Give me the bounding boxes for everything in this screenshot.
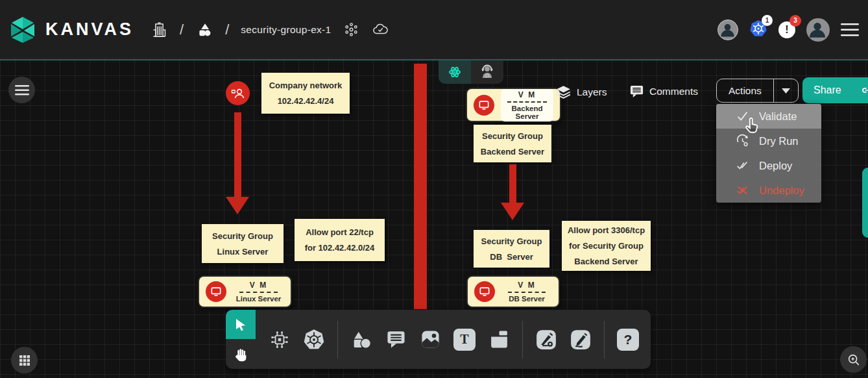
notifications[interactable]: ! 3	[778, 21, 795, 38]
vm-icon	[474, 95, 494, 116]
note-allow-22[interactable]: Allow port 22/tcp for 102.42.42.0/24	[295, 219, 385, 261]
user-icon	[230, 85, 247, 102]
actions-button[interactable]: Actions	[716, 79, 799, 103]
layers-icon	[555, 84, 572, 100]
freehand-draw-tool[interactable]	[570, 329, 592, 351]
kubernetes-context[interactable]: 1	[749, 19, 767, 40]
magnifier-plus-icon	[847, 353, 861, 367]
breadcrumb: / / security-group-ex-1	[151, 21, 389, 39]
comments-button[interactable]: Comments	[629, 84, 698, 99]
vm-card-db[interactable]: V M DB Server	[466, 275, 560, 308]
hand-cursor	[742, 115, 762, 137]
operator-view-toggle[interactable]	[471, 60, 503, 84]
notification-count-badge: 3	[790, 15, 801, 27]
collaborator-avatar[interactable]	[717, 19, 738, 40]
pen-icon	[535, 329, 557, 351]
shapes-icon	[350, 329, 372, 351]
pencil-icon	[570, 329, 592, 351]
chevron-down-icon[interactable]	[774, 88, 798, 94]
pan-tool[interactable]	[226, 339, 256, 369]
text-icon: T	[453, 329, 476, 351]
note-sg-backend[interactable]: Security Group Backend Server	[474, 125, 551, 162]
menu-item-dry-run[interactable]: Dry Run	[716, 129, 821, 153]
breadcrumb-separator: /	[225, 21, 229, 38]
user-avatar[interactable]	[806, 18, 830, 42]
image-tool[interactable]	[419, 329, 441, 351]
hand-icon	[233, 346, 249, 362]
undeploy-icon	[736, 183, 750, 197]
view-toggle	[439, 60, 503, 84]
share-button[interactable]: Share	[802, 77, 868, 103]
select-tool[interactable]	[226, 310, 256, 339]
comment-icon	[385, 329, 407, 350]
menu-item-deploy[interactable]: Deploy	[716, 153, 821, 178]
text-tool[interactable]: T	[453, 329, 476, 351]
brand[interactable]: KANVAS	[9, 16, 134, 44]
image-icon	[420, 329, 441, 350]
vm-card-backend[interactable]: V M Backend Server	[466, 88, 561, 122]
chip-icon	[269, 329, 290, 350]
design-canvas[interactable]: Company network 102.42.42.4/24 Security …	[0, 59, 868, 378]
arrow-sg-to-db[interactable]	[509, 164, 516, 203]
zoom-button[interactable]	[840, 346, 867, 373]
topbar-right: 1 ! 3	[717, 18, 859, 42]
company-network-node[interactable]	[226, 81, 250, 105]
support-agent-icon	[479, 64, 496, 81]
menu-item-undeploy[interactable]: Undeploy	[716, 178, 821, 203]
vm-card-linux[interactable]: V M Linux Server	[198, 275, 292, 308]
component-tool[interactable]	[269, 329, 291, 351]
note-sg-db[interactable]: Security Group DB Server	[474, 230, 549, 268]
widgets-button[interactable]	[11, 347, 38, 373]
shapes-tool[interactable]	[350, 329, 372, 351]
arrow-head	[226, 197, 249, 214]
actions-menu: Validate Dry Run Deploy	[716, 104, 821, 203]
note-sg-linux[interactable]: Security Group Linux Server	[202, 224, 283, 263]
tool-palette: T	[226, 310, 651, 369]
side-panel-tab[interactable]	[862, 168, 868, 238]
kubernetes-tool[interactable]	[303, 329, 325, 351]
help-icon: ?	[617, 329, 639, 351]
cursor-icon	[233, 317, 248, 333]
helm-wheel-icon	[303, 329, 325, 351]
comments-icon	[629, 84, 644, 99]
grid-icon	[19, 355, 30, 366]
sticky-note-icon	[488, 329, 510, 350]
document-name[interactable]: security-group-ex-1	[241, 24, 331, 36]
menu-icon[interactable]	[841, 23, 859, 37]
top-bar: KANVAS / / security-group-ex-1	[0, 0, 868, 59]
organization-icon[interactable]	[151, 21, 168, 39]
cloud-saved-icon	[371, 21, 389, 38]
sticky-note-tool[interactable]	[488, 329, 510, 351]
diagram-edge-bar[interactable]	[414, 64, 427, 309]
vm-icon	[474, 281, 495, 302]
designs-shapes-icon[interactable]	[195, 21, 213, 38]
double-check-icon	[736, 158, 750, 173]
pen-tool[interactable]	[535, 329, 557, 351]
comment-tool[interactable]	[385, 329, 407, 351]
note-company-network[interactable]: Company network 102.42.42.4/24	[261, 73, 350, 114]
arrow-company-to-sg[interactable]	[234, 112, 241, 197]
app-title: KANVAS	[45, 19, 134, 40]
vm-icon	[206, 281, 226, 302]
canvas-menu-button[interactable]	[8, 77, 35, 103]
arrow-head	[501, 203, 524, 220]
mesh-icon[interactable]	[343, 21, 359, 38]
kubernetes-count-badge: 1	[762, 15, 773, 26]
meshery-view-toggle[interactable]	[439, 60, 471, 84]
layers-button[interactable]: Layers	[555, 84, 607, 100]
menu-item-validate[interactable]: Validate	[716, 104, 821, 129]
link-icon[interactable]	[852, 84, 868, 97]
note-allow-3306[interactable]: Allow port 3306/tcp for Security Group B…	[562, 221, 651, 271]
help-tool[interactable]: ?	[617, 329, 639, 351]
swirl-icon	[446, 64, 463, 81]
kanvas-logo-icon	[9, 16, 36, 44]
breadcrumb-separator: /	[180, 21, 184, 38]
